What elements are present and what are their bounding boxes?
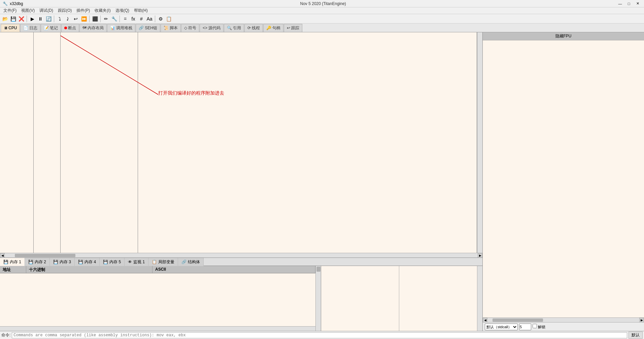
- mem-vscroll[interactable]: [315, 266, 321, 331]
- menu-file[interactable]: 文件(F): [1, 7, 19, 14]
- btab-mem2-label: 内存 2: [35, 259, 46, 265]
- breakpoint-dot: [64, 27, 67, 29]
- menu-view[interactable]: 视图(V): [19, 7, 37, 14]
- btab-struct[interactable]: 🔗 结构体: [178, 258, 204, 266]
- tab-thread[interactable]: ⟳ 线程: [244, 24, 263, 32]
- close-button[interactable]: ✕: [634, 1, 641, 7]
- toolbar-step-over[interactable]: ⤸: [64, 15, 71, 23]
- toolbar-bp[interactable]: ⬛: [91, 15, 99, 23]
- btab-mem4[interactable]: 💾 内存 4: [75, 258, 100, 266]
- menu-options[interactable]: 选项(Q): [113, 7, 131, 14]
- btab-struct-label: 结构体: [188, 259, 200, 265]
- tab-callstack[interactable]: 📊 调用堆栈: [107, 24, 135, 32]
- toolbar-func[interactable]: fx: [130, 15, 137, 23]
- tab-memory-layout[interactable]: 🗺 内存布局: [79, 24, 107, 32]
- seh-icon: 🔗: [139, 26, 144, 30]
- toolbar-expr[interactable]: =: [122, 15, 129, 23]
- toolbar-run-to[interactable]: ⏩: [80, 15, 88, 23]
- tab-log[interactable]: 📄 日志: [20, 24, 40, 32]
- tab-callstack-label: 调用堆栈: [116, 25, 132, 31]
- toolbar-close[interactable]: ❌: [18, 15, 25, 23]
- btab-watch1[interactable]: 👁 监视 1: [125, 258, 148, 266]
- mem1-icon: 💾: [3, 260, 8, 264]
- fpu-title: 隐藏FPU: [483, 32, 644, 40]
- symbol-icon: ◇: [184, 26, 187, 30]
- script-icon: 📜: [164, 26, 169, 30]
- left-panel: 打开我们编译好的程序附加进去 ◀ ▶: [0, 32, 482, 331]
- log-icon: 📄: [23, 26, 28, 30]
- titlebar: 🔧 x32dbg Nov 5 2020 (TitanEngine) — □ ✕: [0, 0, 644, 7]
- fpu-number-input[interactable]: [519, 324, 531, 330]
- struct-icon: 🔗: [181, 260, 187, 264]
- toolbar-open[interactable]: 📂: [1, 15, 9, 23]
- tab-note[interactable]: 📝 笔记: [41, 24, 61, 32]
- disasm-hscroll-right-arrow[interactable]: ▶: [478, 253, 482, 258]
- tab-symbol[interactable]: ◇ 符号: [181, 24, 199, 32]
- tab-handle[interactable]: 🔑 句柄: [263, 24, 283, 32]
- tab-cpu[interactable]: 🖥 CPU: [1, 24, 20, 32]
- upper-zone: 打开我们编译好的程序附加进去 ◀ ▶: [0, 32, 644, 331]
- menu-favorites[interactable]: 收藏夹(I): [93, 7, 112, 14]
- minimize-button[interactable]: —: [616, 1, 624, 7]
- menu-plugin[interactable]: 插件(P): [74, 7, 92, 14]
- btab-mem2[interactable]: 💾 内存 2: [25, 258, 50, 266]
- fpu-hscroll[interactable]: ◀ ▶: [483, 317, 644, 322]
- titlebar-date: Nov 5 2020 (TitanEngine): [300, 1, 346, 6]
- toolbar-extra[interactable]: 📋: [165, 15, 172, 23]
- fpu-hscroll-right[interactable]: ▶: [639, 318, 644, 323]
- tab-reference[interactable]: 🔍 引用: [224, 24, 244, 32]
- fpu-hscroll-thumb[interactable]: [493, 318, 543, 322]
- toolbar-ref[interactable]: #: [138, 15, 145, 23]
- btab-locals[interactable]: 📋 局部变量: [148, 258, 178, 266]
- command-button[interactable]: 默认: [629, 332, 643, 339]
- tab-source[interactable]: <> 源代码: [200, 24, 224, 32]
- fpu-hscroll-left[interactable]: ◀: [483, 318, 487, 323]
- disasm-hscroll-thumb[interactable]: [15, 254, 75, 257]
- titlebar-left: 🔧 x32dbg: [3, 1, 23, 6]
- command-input[interactable]: [12, 332, 627, 338]
- toolbar-step-out[interactable]: ↩: [72, 15, 79, 23]
- reg-vscroll[interactable]: [477, 266, 482, 331]
- rbottom-data: [321, 266, 482, 331]
- col-disasm-col: [61, 32, 138, 253]
- mem-header: 地址 十六进制 ASCII: [0, 266, 315, 273]
- right-bottom-area: [321, 266, 482, 331]
- maximize-button[interactable]: □: [625, 1, 633, 7]
- mem-hscroll[interactable]: [0, 326, 315, 331]
- toolbar-patch[interactable]: 🔧: [110, 15, 118, 23]
- mem-hdr-addr: 地址: [0, 266, 26, 273]
- command-label: 命令:: [1, 332, 10, 338]
- toolbar-restart[interactable]: 🔄: [45, 15, 52, 23]
- locals-icon: 📋: [152, 260, 157, 264]
- app: 🔧 x32dbg Nov 5 2020 (TitanEngine) — □ ✕ …: [0, 0, 644, 339]
- btab-mem1-label: 内存 1: [10, 259, 21, 265]
- toolbar-mem[interactable]: ✏: [102, 15, 110, 23]
- disasm-hscroll-left-arrow[interactable]: ◀: [0, 253, 5, 258]
- btab-mem5[interactable]: 💾 内存 5: [100, 258, 125, 266]
- menu-trace[interactable]: 跟踪(O): [56, 7, 74, 14]
- fpu-body: [483, 40, 644, 317]
- trace-icon: ↩: [287, 26, 290, 30]
- col-comment: [138, 32, 477, 253]
- mem5-icon: 💾: [103, 260, 108, 264]
- toolbar-save[interactable]: 💾: [9, 15, 17, 23]
- toolbar-font[interactable]: Aa: [146, 15, 153, 23]
- tab-trace-view[interactable]: ↩ 跟踪: [284, 24, 302, 32]
- tab-seh[interactable]: 🔗 SEH链: [136, 24, 160, 32]
- menu-help[interactable]: 帮助(H): [132, 7, 150, 14]
- toolbar-settings2[interactable]: ⚙: [157, 15, 164, 23]
- toolbar-pause[interactable]: ⏸: [37, 15, 44, 23]
- memory-layout-icon: 🗺: [82, 26, 87, 30]
- menu-debug[interactable]: 调试(D): [37, 7, 55, 14]
- toolbar-run[interactable]: ▶: [29, 15, 36, 23]
- mem2-icon: 💾: [28, 260, 33, 264]
- fpu-unlock-checkbox[interactable]: [533, 324, 537, 328]
- tab-breakpoint[interactable]: 断点: [61, 24, 79, 32]
- btab-mem3[interactable]: 💾 内存 3: [50, 258, 75, 266]
- btab-mem1[interactable]: 💾 内存 1: [0, 258, 25, 266]
- tab-script[interactable]: 📜 脚本: [161, 24, 181, 32]
- fpu-call-convention-select[interactable]: 默认（stdcall）: [485, 324, 518, 330]
- disasm-vscroll[interactable]: [477, 32, 482, 253]
- fpu-controls: 默认（stdcall） 解锁: [483, 322, 644, 331]
- toolbar-step-in[interactable]: ⤵: [56, 15, 63, 23]
